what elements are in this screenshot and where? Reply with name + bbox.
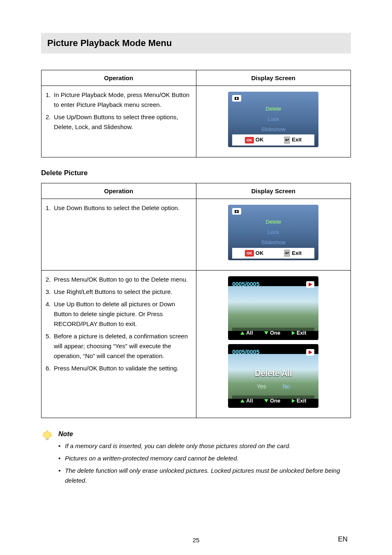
note-heading: Note (58, 430, 351, 438)
camera-screen-menu: Delete Lock Slideshow OKOK ↩Exit (228, 92, 318, 147)
col-header-display: Display Screen (196, 183, 351, 199)
photo-counter: 0005/0005 (232, 280, 259, 289)
screen-bottom-bar: OKOK ↩Exit (232, 134, 314, 146)
subheading-delete-picture: Delete Picture (41, 169, 351, 177)
note-item: •The delete function will only erase unl… (58, 466, 351, 486)
delete-row2-display: 0005/0005 ▶ All One Exit (196, 271, 351, 418)
menu-item-delete: Delete (232, 105, 314, 113)
title-text: Picture Playback Mode Menu (47, 38, 345, 49)
screen-bottom-bar: All One Exit (232, 328, 314, 339)
lightbulb-icon (41, 430, 56, 488)
step: 1. Use Down Buttons to select the Delete… (46, 203, 192, 213)
svg-point-4 (44, 432, 51, 439)
intro-table: Operation Display Screen 1. In Picture P… (41, 70, 351, 157)
step-number: 4. (46, 299, 54, 329)
note-text: The delete function will only erase unlo… (65, 466, 351, 486)
delete-row1-display: Delete Lock Slideshow OKOK ↩Exit (196, 199, 351, 271)
col-header-operation: Operation (42, 70, 196, 86)
playback-icon: ▶ (306, 281, 314, 288)
col-header-display: Display Screen (196, 70, 351, 86)
step: 4.Use Up Button to delete all pictures o… (46, 299, 192, 329)
screen-bottom-bar: OKOK ↩Exit (232, 248, 314, 259)
step: 6.Press Menu/OK Button to validate the s… (46, 363, 192, 373)
step: 2. Use Up/Down Buttons to select three o… (46, 112, 192, 132)
step-text: Use Down Buttons to select the Delete op… (54, 203, 192, 213)
confirm-no: No (283, 382, 290, 391)
step: 5.Before a picture is deleted, a confirm… (46, 331, 192, 361)
step-text: In Picture Playback Mode, press Menu/OK … (54, 90, 192, 110)
ok-label: OK (256, 136, 264, 144)
page-number: 25 (0, 536, 392, 543)
right-icon (292, 331, 295, 335)
step-number: 1. (46, 203, 54, 213)
camera-screen-menu: Delete Lock Slideshow OKOK ↩Exit (228, 205, 318, 260)
exit-label: Exit (292, 249, 302, 258)
exit-label: Exit (297, 329, 307, 338)
confirm-yes: Yes (257, 382, 266, 391)
step-number: 5. (46, 331, 54, 361)
screen-bottom-bar: All One Exit (232, 395, 314, 407)
step-text: Press Menu/OK Button to go to the Delete… (54, 275, 192, 284)
photo-counter: 0005/0005 (232, 347, 259, 356)
section-title: Picture Playback Mode Menu (41, 33, 351, 53)
exit-label: Exit (292, 136, 302, 144)
language-indicator: EN (338, 535, 348, 543)
svg-point-1 (236, 98, 238, 99)
page-footer: 25 EN (0, 536, 392, 543)
note-block: Note •If a memory card is inserted, you … (41, 430, 351, 488)
note-item: •If a memory card is inserted, you can d… (58, 441, 351, 451)
ok-pill-icon: OK (245, 250, 254, 257)
step-text: Press Menu/OK Button to validate the set… (54, 363, 192, 373)
menu-item-lock: Lock (232, 115, 314, 124)
step-text: Use Right/Left Buttons to select the pic… (54, 287, 192, 297)
one-label: One (270, 397, 280, 405)
back-icon: ↩ (284, 136, 290, 144)
camera-screen-confirm: 0005/0005 ▶ Delete All Yes No All One E (228, 344, 318, 408)
confirm-title: Delete All (228, 367, 318, 380)
step-number: 1. (46, 90, 54, 110)
step: 3.Use Right/Left Buttons to select the p… (46, 287, 192, 297)
up-icon (240, 399, 244, 402)
up-icon (240, 331, 244, 335)
menu-item-slideshow: Slideshow (232, 238, 314, 247)
delete-row2-operation: 2.Press Menu/OK Button to go to the Dele… (42, 271, 196, 418)
step: 1. In Picture Playback Mode, press Menu/… (46, 90, 192, 110)
step-number: 6. (46, 363, 54, 373)
right-icon (292, 399, 295, 403)
camera-icon (232, 208, 241, 215)
menu-item-slideshow: Slideshow (232, 125, 314, 134)
note-text: If a memory card is inserted, you can de… (65, 441, 291, 451)
svg-point-3 (236, 211, 238, 213)
camera-screen-photo: 0005/0005 ▶ All One Exit (228, 276, 318, 340)
step: 2.Press Menu/OK Button to go to the Dele… (46, 275, 192, 284)
delete-row1-operation: 1. Use Down Buttons to select the Delete… (42, 199, 196, 271)
all-label: All (246, 397, 253, 405)
step-text: Use Up Button to delete all pictures or … (54, 299, 192, 329)
delete-table: Operation Display Screen 1. Use Down But… (41, 183, 351, 418)
menu-item-lock: Lock (232, 228, 314, 237)
step-number: 3. (46, 287, 54, 297)
step-number: 2. (46, 112, 54, 132)
step-number: 2. (46, 275, 54, 284)
intro-operation-cell: 1. In Picture Playback Mode, press Menu/… (42, 86, 196, 157)
note-item: •Pictures on a written-protected memory … (58, 453, 351, 463)
step-text: Before a picture is deleted, a confirmat… (54, 331, 192, 361)
playback-icon: ▶ (306, 349, 314, 356)
step-text: Use Up/Down Buttons to select three opti… (54, 112, 192, 132)
back-icon: ↩ (284, 250, 290, 257)
ok-label: OK (256, 249, 264, 258)
ok-pill-icon: OK (245, 137, 254, 143)
down-icon (264, 399, 268, 402)
confirm-options: Yes No (228, 382, 318, 391)
note-text: Pictures on a written-protected memory c… (65, 453, 239, 463)
down-icon (264, 331, 268, 335)
one-label: One (270, 329, 280, 338)
col-header-operation: Operation (42, 183, 196, 199)
exit-label: Exit (297, 397, 307, 405)
all-label: All (246, 329, 253, 338)
intro-display-cell: Delete Lock Slideshow OKOK ↩Exit (196, 86, 351, 157)
menu-item-delete: Delete (232, 218, 314, 227)
camera-icon (232, 95, 241, 102)
